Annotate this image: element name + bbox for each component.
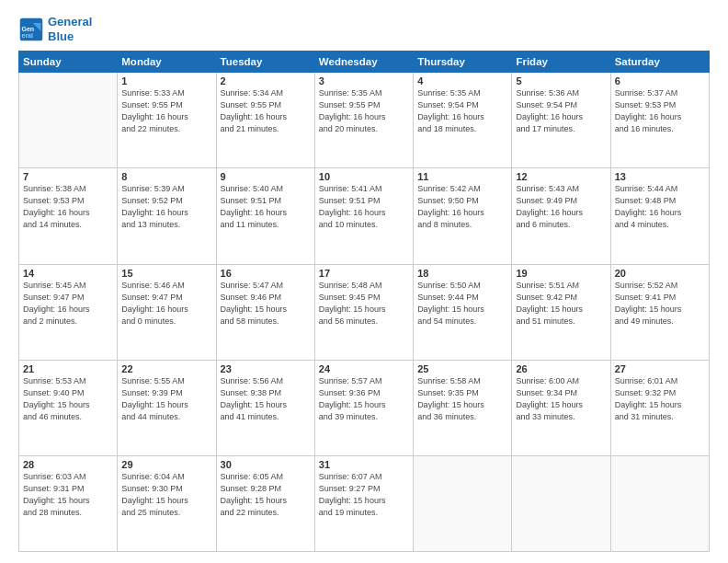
calendar-header-tuesday: Tuesday <box>216 52 314 73</box>
calendar-week-3: 21Sunrise: 5:53 AM Sunset: 9:40 PM Dayli… <box>19 360 710 455</box>
day-info: Sunrise: 6:01 AM Sunset: 9:32 PM Dayligh… <box>615 375 705 423</box>
calendar-week-1: 7Sunrise: 5:38 AM Sunset: 9:53 PM Daylig… <box>19 168 710 264</box>
page: Gen eral General Blue SundayMondayTuesda… <box>0 0 728 563</box>
svg-text:Gen: Gen <box>22 25 35 31</box>
day-number: 5 <box>516 75 606 86</box>
day-info: Sunrise: 6:07 AM Sunset: 9:27 PM Dayligh… <box>319 471 409 519</box>
calendar-cell: 6Sunrise: 5:37 AM Sunset: 9:53 PM Daylig… <box>610 73 709 168</box>
day-info: Sunrise: 5:34 AM Sunset: 9:55 PM Dayligh… <box>221 87 311 135</box>
calendar-cell: 8Sunrise: 5:39 AM Sunset: 9:52 PM Daylig… <box>118 168 216 264</box>
day-number: 22 <box>121 363 211 374</box>
day-info: Sunrise: 5:40 AM Sunset: 9:51 PM Dayligh… <box>221 183 311 231</box>
calendar-cell: 11Sunrise: 5:42 AM Sunset: 9:50 PM Dayli… <box>414 168 512 264</box>
calendar-cell <box>512 455 610 551</box>
calendar-week-0: 1Sunrise: 5:33 AM Sunset: 9:55 PM Daylig… <box>19 73 710 168</box>
day-number: 21 <box>23 363 113 374</box>
calendar-cell: 30Sunrise: 6:05 AM Sunset: 9:28 PM Dayli… <box>216 455 314 551</box>
calendar-cell: 22Sunrise: 5:55 AM Sunset: 9:39 PM Dayli… <box>118 360 216 455</box>
calendar-cell: 28Sunrise: 6:03 AM Sunset: 9:31 PM Dayli… <box>19 455 118 551</box>
day-info: Sunrise: 5:58 AM Sunset: 9:35 PM Dayligh… <box>417 375 507 423</box>
calendar-cell: 9Sunrise: 5:40 AM Sunset: 9:51 PM Daylig… <box>216 168 314 264</box>
calendar-cell: 31Sunrise: 6:07 AM Sunset: 9:27 PM Dayli… <box>314 455 413 551</box>
day-number: 4 <box>417 75 507 86</box>
day-info: Sunrise: 5:39 AM Sunset: 9:52 PM Dayligh… <box>121 183 211 231</box>
calendar-cell: 13Sunrise: 5:44 AM Sunset: 9:48 PM Dayli… <box>610 168 709 264</box>
day-number: 1 <box>121 75 211 86</box>
day-number: 24 <box>319 363 409 374</box>
calendar-header-saturday: Saturday <box>610 52 709 73</box>
day-info: Sunrise: 6:00 AM Sunset: 9:34 PM Dayligh… <box>516 375 606 423</box>
day-number: 13 <box>615 171 705 182</box>
day-info: Sunrise: 5:46 AM Sunset: 9:47 PM Dayligh… <box>121 280 211 327</box>
day-number: 27 <box>615 363 705 374</box>
day-info: Sunrise: 5:41 AM Sunset: 9:51 PM Dayligh… <box>319 183 409 231</box>
day-number: 12 <box>516 171 606 182</box>
calendar-cell: 25Sunrise: 5:58 AM Sunset: 9:35 PM Dayli… <box>414 360 512 455</box>
calendar-cell: 20Sunrise: 5:52 AM Sunset: 9:41 PM Dayli… <box>610 264 709 360</box>
day-info: Sunrise: 6:05 AM Sunset: 9:28 PM Dayligh… <box>221 471 311 519</box>
calendar-header-sunday: Sunday <box>19 52 118 73</box>
day-info: Sunrise: 5:33 AM Sunset: 9:55 PM Dayligh… <box>121 87 211 135</box>
calendar-cell: 1Sunrise: 5:33 AM Sunset: 9:55 PM Daylig… <box>118 73 216 168</box>
day-number: 3 <box>319 75 409 86</box>
day-number: 25 <box>417 363 507 374</box>
day-info: Sunrise: 5:43 AM Sunset: 9:49 PM Dayligh… <box>516 183 606 231</box>
svg-text:eral: eral <box>22 31 34 38</box>
calendar-cell: 29Sunrise: 6:04 AM Sunset: 9:30 PM Dayli… <box>118 455 216 551</box>
calendar-cell: 7Sunrise: 5:38 AM Sunset: 9:53 PM Daylig… <box>19 168 118 264</box>
calendar-table: SundayMondayTuesdayWednesdayThursdayFrid… <box>18 51 710 552</box>
calendar-cell: 2Sunrise: 5:34 AM Sunset: 9:55 PM Daylig… <box>216 73 314 168</box>
day-info: Sunrise: 5:44 AM Sunset: 9:48 PM Dayligh… <box>615 183 705 231</box>
day-info: Sunrise: 5:56 AM Sunset: 9:38 PM Dayligh… <box>221 375 311 423</box>
day-info: Sunrise: 5:38 AM Sunset: 9:53 PM Dayligh… <box>23 183 113 231</box>
logo-text: General Blue <box>48 15 92 43</box>
day-info: Sunrise: 5:35 AM Sunset: 9:55 PM Dayligh… <box>319 87 409 135</box>
day-number: 26 <box>516 363 606 374</box>
day-number: 2 <box>221 75 311 86</box>
day-number: 9 <box>221 171 311 182</box>
calendar-week-4: 28Sunrise: 6:03 AM Sunset: 9:31 PM Dayli… <box>19 455 710 551</box>
day-info: Sunrise: 5:50 AM Sunset: 9:44 PM Dayligh… <box>417 280 507 327</box>
day-info: Sunrise: 5:51 AM Sunset: 9:42 PM Dayligh… <box>516 280 606 327</box>
calendar-header-friday: Friday <box>512 52 610 73</box>
day-number: 28 <box>23 459 113 470</box>
day-number: 15 <box>121 268 211 279</box>
day-info: Sunrise: 5:57 AM Sunset: 9:36 PM Dayligh… <box>319 375 409 423</box>
calendar-cell <box>414 455 512 551</box>
calendar-cell: 23Sunrise: 5:56 AM Sunset: 9:38 PM Dayli… <box>216 360 314 455</box>
day-number: 18 <box>417 268 507 279</box>
day-info: Sunrise: 6:04 AM Sunset: 9:30 PM Dayligh… <box>121 471 211 519</box>
day-info: Sunrise: 5:35 AM Sunset: 9:54 PM Dayligh… <box>417 87 507 135</box>
day-info: Sunrise: 5:55 AM Sunset: 9:39 PM Dayligh… <box>121 375 211 423</box>
day-number: 16 <box>221 268 311 279</box>
day-number: 30 <box>221 459 311 470</box>
calendar-cell: 18Sunrise: 5:50 AM Sunset: 9:44 PM Dayli… <box>414 264 512 360</box>
day-number: 8 <box>121 171 211 182</box>
day-info: Sunrise: 5:48 AM Sunset: 9:45 PM Dayligh… <box>319 280 409 327</box>
day-number: 6 <box>615 75 705 86</box>
header: Gen eral General Blue <box>18 15 710 43</box>
calendar-header-thursday: Thursday <box>414 52 512 73</box>
calendar-cell: 12Sunrise: 5:43 AM Sunset: 9:49 PM Dayli… <box>512 168 610 264</box>
day-info: Sunrise: 5:36 AM Sunset: 9:54 PM Dayligh… <box>516 87 606 135</box>
day-info: Sunrise: 5:52 AM Sunset: 9:41 PM Dayligh… <box>615 280 705 327</box>
day-info: Sunrise: 5:47 AM Sunset: 9:46 PM Dayligh… <box>221 280 311 327</box>
calendar-cell: 10Sunrise: 5:41 AM Sunset: 9:51 PM Dayli… <box>314 168 413 264</box>
calendar-cell: 14Sunrise: 5:45 AM Sunset: 9:47 PM Dayli… <box>19 264 118 360</box>
calendar-cell <box>19 73 118 168</box>
day-number: 7 <box>23 171 113 182</box>
calendar-cell: 5Sunrise: 5:36 AM Sunset: 9:54 PM Daylig… <box>512 73 610 168</box>
calendar-cell: 15Sunrise: 5:46 AM Sunset: 9:47 PM Dayli… <box>118 264 216 360</box>
day-number: 29 <box>121 459 211 470</box>
calendar-cell: 26Sunrise: 6:00 AM Sunset: 9:34 PM Dayli… <box>512 360 610 455</box>
calendar-cell: 27Sunrise: 6:01 AM Sunset: 9:32 PM Dayli… <box>610 360 709 455</box>
day-info: Sunrise: 5:37 AM Sunset: 9:53 PM Dayligh… <box>615 87 705 135</box>
calendar-header-monday: Monday <box>118 52 216 73</box>
day-info: Sunrise: 5:45 AM Sunset: 9:47 PM Dayligh… <box>23 280 113 327</box>
calendar-cell: 19Sunrise: 5:51 AM Sunset: 9:42 PM Dayli… <box>512 264 610 360</box>
calendar-cell: 17Sunrise: 5:48 AM Sunset: 9:45 PM Dayli… <box>314 264 413 360</box>
calendar-cell: 24Sunrise: 5:57 AM Sunset: 9:36 PM Dayli… <box>314 360 413 455</box>
calendar-cell: 4Sunrise: 5:35 AM Sunset: 9:54 PM Daylig… <box>414 73 512 168</box>
day-info: Sunrise: 5:53 AM Sunset: 9:40 PM Dayligh… <box>23 375 113 423</box>
calendar-header-wednesday: Wednesday <box>314 52 413 73</box>
